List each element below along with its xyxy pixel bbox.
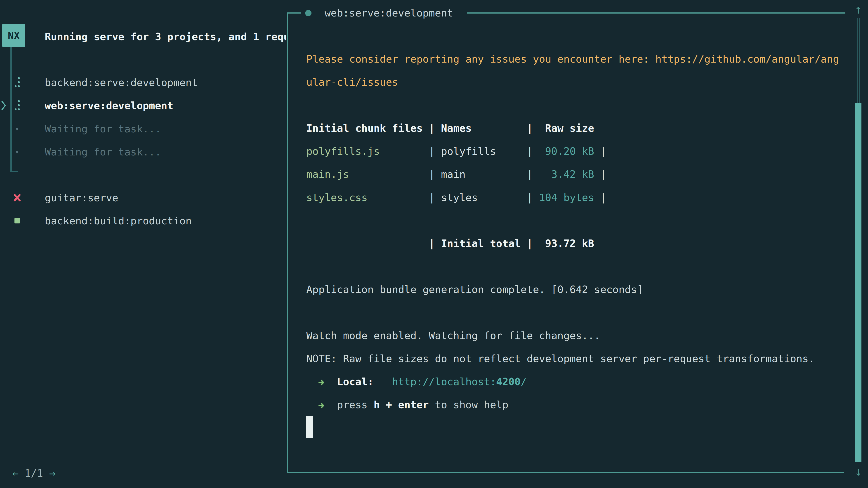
chunk-row-main: main.js | main | 3.42 kB |: [306, 163, 607, 186]
chunk-row-styles: styles.css | styles | 104 bytes |: [306, 186, 607, 209]
task-label: Waiting for task...: [45, 146, 161, 158]
success-square-icon: [10, 209, 24, 232]
task-label: backend:serve:development: [45, 76, 198, 89]
task-item-waiting-1[interactable]: Waiting for task...: [0, 117, 285, 140]
initial-total-line: | Initial total | 93.72 kB: [306, 232, 594, 255]
page-indicator: 1/1: [19, 467, 49, 479]
sidebar-footer: ← 1/1 → quit: q help: ?: [0, 439, 285, 462]
waiting-dot-icon: [10, 140, 24, 163]
bundle-complete-line: Application bundle generation complete. …: [306, 278, 643, 301]
scroll-up-button[interactable]: ↑: [850, 2, 866, 17]
terminal-cursor: [306, 416, 313, 438]
local-label: Local:: [337, 376, 374, 388]
pagination: ← 1/1 →: [12, 462, 55, 485]
task-label: web:serve:development: [45, 100, 174, 111]
task-label: backend:build:production: [45, 215, 192, 227]
task-item-backend-build-production[interactable]: backend:build:production: [0, 209, 285, 232]
task-group-line-foot: [10, 171, 18, 172]
note-line: NOTE: Raw file sizes do not reflect deve…: [306, 347, 815, 370]
arrow-right-icon: [318, 393, 324, 416]
task-label: Waiting for task...: [45, 123, 161, 135]
local-url-line: Local: http://localhost:4200/: [306, 370, 527, 393]
spinner-icon: [10, 71, 24, 94]
scroll-down-button[interactable]: ↓: [850, 464, 866, 479]
arrow-right-icon: [318, 370, 324, 393]
help-keys: h + enter: [374, 399, 429, 411]
scroll-thumb[interactable]: [855, 103, 862, 462]
nx-terminal-ui: NX Running serve for 3 projects, and 1 r…: [0, 0, 868, 488]
nx-logo: NX: [2, 24, 25, 47]
report-issues-line-1: Please consider reporting any issues you…: [306, 48, 839, 71]
page-next-button[interactable]: →: [49, 467, 55, 479]
selected-arrow-icon: [1, 94, 8, 117]
spinner-icon: [10, 94, 24, 117]
task-item-guitar-serve[interactable]: guitar:serve: [0, 186, 285, 209]
waiting-dot-icon: [10, 117, 24, 140]
task-item-web-serve-development[interactable]: web:serve:development: [0, 94, 285, 117]
chunk-row-polyfills: polyfills.js | polyfills | 90.20 kB |: [306, 140, 607, 163]
localhost-link[interactable]: http://localhost:4200/: [392, 376, 527, 388]
report-issues-line-2: ular-cli/issues: [306, 71, 398, 94]
watch-mode-line: Watch mode enabled. Watching for file ch…: [306, 324, 600, 347]
help-prompt-line: press h + enter to show help: [306, 393, 508, 416]
task-item-backend-serve-development[interactable]: backend:serve:development: [0, 71, 285, 94]
task-output-panel: Please consider reporting any issues you…: [287, 12, 844, 473]
task-label: guitar:serve: [45, 192, 118, 204]
chunk-table-header: Initial chunk files | Names | Raw size: [306, 117, 594, 140]
error-x-icon: [10, 186, 24, 209]
keyboard-hints: quit: q help: ?: [176, 485, 274, 488]
app-title: Running serve for 3 projects, and 1 requ: [45, 25, 286, 48]
page-prev-button[interactable]: ←: [12, 467, 19, 479]
task-item-waiting-2[interactable]: Waiting for task...: [0, 140, 285, 163]
